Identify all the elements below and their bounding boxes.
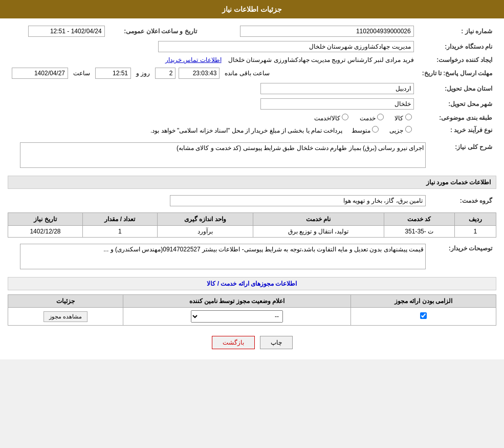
nove-farayand-label: نوع فرآیند خرید : xyxy=(418,124,496,136)
ostan-label: استان محل تحویل: xyxy=(418,81,496,96)
col-vahed: واحد اندازه گیری xyxy=(157,213,253,226)
perm-elam-cell: -- xyxy=(123,308,351,326)
tarikh-saat-label: تاریخ و ساعت اعلان عمومی: xyxy=(109,24,201,39)
basic-info-table: شماره نیاز : تاریخ و ساعت اعلان عمومی: ن… xyxy=(8,24,496,136)
col-kod-khedmat: کد خدمت xyxy=(384,213,454,226)
grooh-khedmat-table: گروه خدمت: xyxy=(8,193,496,208)
nove-farayand-value: جزیی متوسط پرداخت تمام یا بخشی از مبلغ خ… xyxy=(8,124,418,136)
shahr-input[interactable] xyxy=(260,98,414,110)
tawsif-label: توصیحات خریدار: xyxy=(430,242,496,273)
tabaqe-value: کالا خدمت کالا/خدمت xyxy=(8,112,418,124)
col-radif: ردیف xyxy=(454,213,496,226)
tawsif-textarea[interactable] xyxy=(20,244,426,269)
tarikh-saat-value xyxy=(8,24,109,39)
sharh-table: شرح کلی نیاز: xyxy=(8,140,496,172)
ijad-konande-value: فرید مرادی لنبر کارشناس ترویج مدیریت جها… xyxy=(8,54,418,66)
col-tarikh: تاریخ نیاز xyxy=(8,213,83,226)
table-row: 1ت -35-351تولید، انتقال و توزیع برقبرآور… xyxy=(8,226,496,238)
tarikh-saat-input[interactable] xyxy=(28,26,105,37)
permissions-table: الزامی بودن ارائه مجوز اعلام وضعیت مجوز … xyxy=(8,294,496,326)
radio-jozei-label: جزیی xyxy=(389,127,411,134)
grooh-khedmat-input[interactable] xyxy=(170,195,426,206)
radio-khedmat[interactable] xyxy=(377,114,384,120)
radio-motevaset-label: متوسط xyxy=(352,127,379,134)
nam-dastgah-label: نام دستگاه خریدار: xyxy=(418,39,496,54)
radio-kala-label: کالا xyxy=(395,115,411,122)
tawsif-table: توصیحات خریدار: xyxy=(8,242,496,273)
tawsif-value xyxy=(8,242,430,273)
shomara-niaz-input[interactable] xyxy=(240,26,414,37)
bottom-buttons: چاپ بازگشت xyxy=(8,331,496,354)
radio-motevaset[interactable] xyxy=(372,126,379,133)
time-label: ساعت xyxy=(73,70,90,77)
col-nam-khedmat: نام خدمت xyxy=(253,213,384,226)
shomara-niaz-label: شماره نیاز : xyxy=(418,24,496,39)
etelaat-tamas-link[interactable]: اطلاعات تماس خریدار xyxy=(165,56,222,63)
date-input[interactable] xyxy=(12,68,68,79)
perm-col-elzam: الزامی بودن ارائه مجوز xyxy=(351,295,496,308)
sharh-textarea[interactable] xyxy=(20,142,426,168)
back-button[interactable]: بازگشت xyxy=(212,336,255,349)
services-section-title: اطلاعات خدمات مورد نیاز xyxy=(8,176,496,189)
shomara-niaz-value xyxy=(201,24,418,39)
main-content: شماره نیاز : تاریخ و ساعت اعلان عمومی: ن… xyxy=(0,18,504,359)
permissions-section-title: اطلاعات مجوزهای ارائه خدمت / کالا xyxy=(8,277,496,290)
radio-jozei[interactable] xyxy=(405,126,412,133)
radio-kala-khedmat[interactable] xyxy=(342,114,348,120)
page-wrapper: جزئیات اطلاعات نیاز شماره نیاز : تاریخ و… xyxy=(0,0,504,359)
grooh-khedmat-label: گروه خدمت: xyxy=(430,193,496,208)
perm-col-elam: اعلام وضعیت مجوز توسط نامین کننده xyxy=(123,295,351,308)
rooz-label: روز و xyxy=(136,70,150,77)
mohlat-value: ساعت روز و ساعت باقی مانده xyxy=(8,66,418,81)
nam-dastgah-input[interactable] xyxy=(158,41,414,52)
perm-elzam-checkbox[interactable] xyxy=(420,312,427,319)
baqi-mande-label: ساعت باقی مانده xyxy=(225,70,270,77)
sharh-label: شرح کلی نیاز: xyxy=(430,140,496,172)
perm-elzam-cell xyxy=(351,308,496,326)
shahr-label: شهر محل تحویل: xyxy=(418,96,496,112)
services-data-table: ردیف کد خدمت نام خدمت واحد اندازه گیری ت… xyxy=(8,212,496,238)
tabaqe-label: طبقه بندی موضوعی: xyxy=(418,112,496,124)
grooh-khedmat-value xyxy=(8,193,430,208)
baqi-mande-input[interactable] xyxy=(179,68,220,79)
col-tedad: تعداد / مقدار xyxy=(82,213,157,226)
page-title: جزئیات اطلاعات نیاز xyxy=(222,5,282,13)
radio-khedmat-label: خدمت xyxy=(360,115,384,122)
ijad-konande-label: ایجاد کننده درخواست: xyxy=(418,54,496,66)
mohlat-label: مهلت ارسال پاسخ: تا تاریخ: xyxy=(418,66,496,81)
sharh-value xyxy=(8,140,430,172)
nam-dastgah-value xyxy=(8,39,418,54)
ostan-input[interactable] xyxy=(260,83,414,94)
rooz-input[interactable] xyxy=(155,68,176,79)
shahr-value xyxy=(8,96,418,112)
perm-col-joziat: جزئیات xyxy=(8,295,123,308)
ijad-konande-text: فرید مرادی لنبر کارشناس ترویج مدیریت جها… xyxy=(228,56,414,63)
view-permit-button[interactable]: مشاهده مجوز xyxy=(43,311,87,322)
table-row: -- مشاهده مجوز xyxy=(8,308,496,326)
perm-elam-select[interactable]: -- xyxy=(191,310,283,323)
radio-kala-khedmat-label: کالا/خدمت xyxy=(314,115,349,122)
radio-kala[interactable] xyxy=(405,114,412,120)
farayand-text: پرداخت تمام یا بخشی از مبلغ خریدار از مح… xyxy=(150,127,342,134)
perm-joziat-cell: مشاهده مجوز xyxy=(8,308,123,326)
ostan-value xyxy=(8,81,418,96)
print-button[interactable]: چاپ xyxy=(260,336,293,349)
time-input[interactable] xyxy=(95,68,131,79)
page-header: جزئیات اطلاعات نیاز xyxy=(0,0,504,18)
